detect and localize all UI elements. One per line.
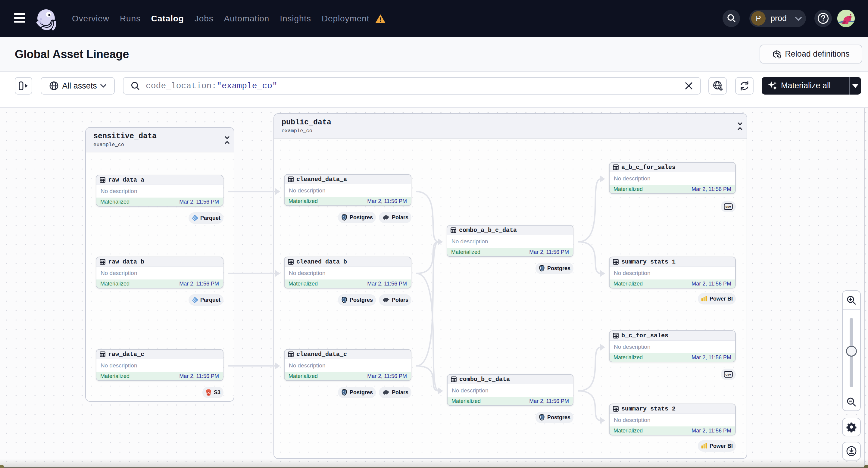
svg-text:csv: csv: [725, 373, 731, 376]
svg-text:csv: csv: [725, 205, 731, 209]
